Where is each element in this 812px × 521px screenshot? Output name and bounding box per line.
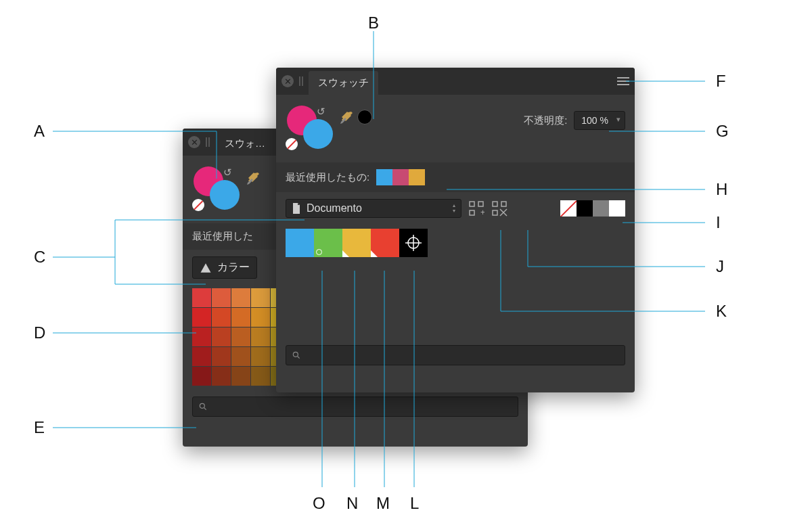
recent-swatch[interactable] [392,169,409,185]
callout-D: D [34,323,45,342]
swatch-spot[interactable] [314,229,342,257]
recent-section: 最近使用したもの: [276,162,635,192]
svg-rect-7 [501,202,506,206]
swatch[interactable] [286,229,314,257]
base-none[interactable] [560,200,577,217]
callout-O: O [313,494,325,513]
grid-swatch[interactable] [192,308,211,327]
callout-H: H [716,180,727,199]
palette-label: カラー [217,260,250,275]
svg-rect-4 [470,210,474,215]
search-input[interactable] [286,345,625,365]
no-color-icon[interactable] [192,199,204,211]
panel-header: ✕ スウォッチ [276,68,635,95]
svg-line-1 [204,408,206,410]
fg-color-circle[interactable] [210,180,240,210]
callout-J: J [716,257,724,276]
callout-A: A [34,122,45,141]
svg-rect-2 [470,202,474,206]
panel-title: スウォッチ [309,71,378,95]
recent-swatch[interactable] [409,169,425,185]
base-colors [560,200,625,217]
svg-text:+: + [480,208,484,217]
grid-swatch[interactable] [231,367,250,386]
close-icon[interactable]: ✕ [188,136,200,148]
grid-swatch[interactable] [212,347,231,366]
panel-menu-icon[interactable] [617,77,629,85]
spinner-icon[interactable]: ▴▾ [453,203,455,214]
fg-bg-colors[interactable]: ↺ [284,104,333,153]
grid-swatch[interactable] [212,327,231,346]
fg-color-circle[interactable] [303,119,333,149]
search-icon [198,402,208,411]
add-swatch-icon[interactable]: + [468,200,484,217]
base-gray[interactable] [593,200,609,217]
drag-handle-icon[interactable] [206,137,210,147]
fg-bg-colors[interactable]: ↺ [191,165,240,214]
grid-swatch[interactable] [231,308,250,327]
color-selector: ↺ 不透明度: 100 % [276,95,635,162]
drag-handle-icon[interactable] [299,76,303,86]
grid-swatch[interactable] [212,367,231,386]
color-sample[interactable] [357,110,372,124]
callout-I: I [716,213,721,232]
base-black[interactable] [577,200,593,217]
palette-select[interactable]: Documento ▴▾ [286,199,461,218]
callout-L: L [410,494,419,513]
svg-rect-8 [493,210,497,215]
eyedropper-icon[interactable] [338,110,355,126]
grid-swatch[interactable] [231,347,250,366]
recent-swatch[interactable] [376,169,392,185]
panel-title: スウォ… [215,132,275,156]
opacity-label: 不透明度: [524,114,567,127]
grid-swatch[interactable] [251,367,270,386]
remove-swatch-icon[interactable] [491,200,508,217]
grid-swatch[interactable] [231,288,250,307]
eyedropper-icon[interactable] [245,171,261,187]
callout-N: N [346,494,358,513]
grid-swatch[interactable] [251,308,270,327]
document-icon [292,203,301,214]
svg-line-15 [298,357,300,359]
grid-swatch[interactable] [231,327,250,346]
callout-F: F [716,72,726,91]
swatch-row [276,225,635,267]
swatch-global[interactable] [342,229,371,257]
callout-K: K [716,302,727,321]
close-icon[interactable]: ✕ [281,75,294,87]
opacity-input[interactable]: 100 % [574,111,625,130]
callout-G: G [716,122,729,141]
no-color-icon[interactable] [286,138,298,150]
swap-colors-icon[interactable]: ↺ [317,106,325,118]
search-row [276,341,635,375]
grid-swatch[interactable] [192,327,211,346]
search-input[interactable] [192,397,518,417]
recent-swatches[interactable] [376,169,425,185]
grid-swatch[interactable] [192,347,211,366]
recent-label: 最近使用した [192,230,253,243]
swatch-registration[interactable] [399,229,428,257]
callout-M: M [376,494,390,513]
svg-rect-6 [493,202,497,206]
grid-swatch[interactable] [192,367,211,386]
palette-row: Documento ▴▾ + [276,192,635,225]
triangle-icon [200,262,212,274]
callout-B: B [368,14,379,32]
base-white[interactable] [609,200,625,217]
palette-name: Documento [307,202,362,214]
callout-E: E [34,418,45,437]
palette-select[interactable]: カラー [192,256,257,279]
opacity-control: 不透明度: 100 % [524,111,625,130]
search-icon [292,350,301,360]
svg-point-0 [200,403,204,408]
grid-swatch[interactable] [251,327,270,346]
swatches-panel: ✕ スウォッチ ↺ 不透明度: 100 % 最近使用したもの: Document… [276,68,635,392]
recent-label: 最近使用したもの: [286,171,369,184]
grid-swatch[interactable] [212,288,231,307]
grid-swatch[interactable] [251,347,270,366]
swap-colors-icon[interactable]: ↺ [223,166,232,179]
grid-swatch[interactable] [251,288,270,307]
grid-swatch[interactable] [212,308,231,327]
grid-swatch[interactable] [192,288,211,307]
swatch-global[interactable] [371,229,399,257]
